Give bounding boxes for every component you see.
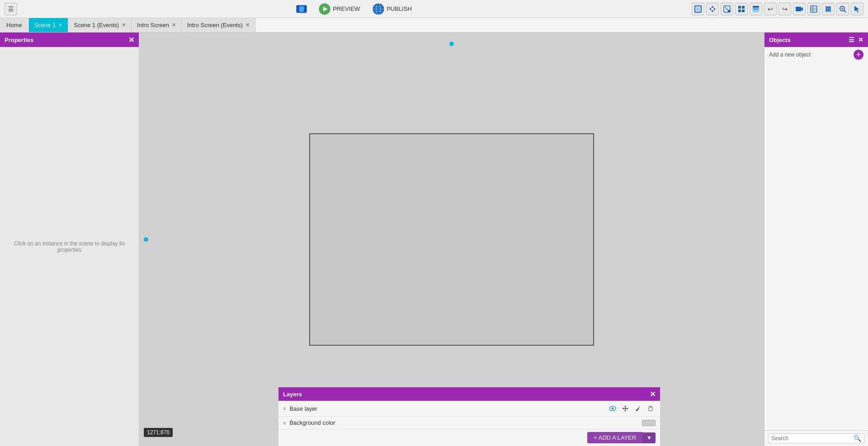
scale-tool-button[interactable] (721, 3, 733, 15)
select-tool-button[interactable] (692, 3, 704, 15)
publish-button[interactable]: PUBLISH (368, 1, 416, 17)
svg-marker-17 (709, 8, 711, 10)
svg-line-45 (844, 10, 846, 12)
main-layout: Properties ✕ Click on an instance in the… (0, 33, 868, 446)
search-input[interactable] (771, 435, 854, 441)
pencil-icon (635, 405, 641, 412)
tab-scene1-events[interactable]: Scene 1 (Events) ✕ (68, 18, 132, 32)
tab-scene1-label: Scene 1 (34, 22, 56, 28)
dots-grid-button[interactable] (822, 3, 835, 15)
layer-visibility-button-base[interactable] (608, 404, 618, 413)
publish-globe-icon (373, 3, 384, 15)
coords-display: 1271;870 (144, 428, 173, 437)
svg-point-40 (829, 8, 831, 10)
add-object-label: Add a new object (769, 52, 811, 58)
search-icon[interactable]: 🔍 (854, 435, 861, 442)
svg-point-41 (826, 10, 827, 12)
tab-scene1-close[interactable]: ✕ (58, 22, 62, 28)
properties-panel: Properties ✕ Click on an instance in the… (0, 33, 139, 446)
properties-title: Properties (5, 37, 33, 43)
svg-rect-28 (753, 10, 759, 12)
top-toolbar: ☰ PREVIEW (0, 0, 868, 18)
tab-intro-screen-events[interactable]: Intro Screen (Events) ✕ (182, 18, 255, 32)
filmstrip-button[interactable] (292, 3, 311, 15)
svg-marker-53 (624, 405, 626, 407)
add-layer-button[interactable]: + ADD A LAYER (587, 432, 642, 443)
menu-icon: ☰ (8, 5, 14, 13)
tab-scene1-events-close[interactable]: ✕ (122, 22, 126, 28)
svg-marker-16 (711, 10, 714, 12)
canvas-handle-top[interactable] (449, 42, 454, 46)
svg-marker-55 (622, 408, 623, 409)
objects-body (764, 62, 868, 430)
objects-filter-icon[interactable]: ☰ (849, 36, 854, 43)
add-layer-label: + ADD A LAYER (594, 434, 636, 441)
layer-row-bg: ≡ Background color (278, 417, 660, 429)
svg-rect-25 (742, 9, 745, 12)
select-icon (694, 5, 702, 13)
svg-rect-1 (297, 5, 298, 7)
grid-tool-button[interactable] (735, 3, 748, 15)
publish-label: PUBLISH (387, 5, 412, 12)
redo-icon: ↪ (782, 5, 788, 13)
table-view-button[interactable] (807, 3, 820, 15)
properties-body: Click on an instance in the scene to dis… (0, 47, 139, 446)
svg-rect-2 (297, 9, 298, 11)
add-object-button[interactable]: + (854, 50, 863, 60)
svg-rect-22 (738, 6, 741, 9)
tab-intro-screen[interactable]: Intro Screen ✕ (132, 18, 182, 32)
layers-tool-button[interactable] (750, 3, 762, 15)
canvas-stage[interactable] (309, 133, 594, 346)
add-layer-dropdown-button[interactable]: ▼ (642, 432, 656, 443)
svg-marker-48 (854, 6, 859, 13)
tab-scene1[interactable]: Scene 1 ✕ (29, 18, 69, 32)
svg-rect-31 (811, 6, 817, 12)
svg-rect-23 (742, 6, 745, 9)
properties-close-button[interactable]: ✕ (128, 36, 134, 44)
cursor-button[interactable] (851, 3, 863, 15)
zoom-icon (839, 5, 847, 13)
objects-close-button[interactable]: ✕ (858, 36, 863, 43)
svg-point-36 (827, 6, 829, 8)
move-tool-button[interactable] (706, 3, 719, 15)
preview-button[interactable]: PREVIEW (314, 1, 364, 17)
svg-point-39 (827, 8, 829, 10)
svg-marker-56 (627, 408, 628, 409)
layer-delete-button-base[interactable] (646, 404, 656, 413)
grid-icon (737, 5, 745, 13)
svg-point-42 (827, 10, 829, 12)
table-view-icon (810, 5, 818, 13)
canvas-area[interactable]: 1271;870 Layers ✕ ≡ Base layer (139, 33, 764, 446)
tab-intro-screen-close[interactable]: ✕ (172, 22, 176, 28)
tab-home[interactable]: Home (0, 18, 29, 32)
svg-point-43 (829, 10, 831, 12)
layers-header: Layers ✕ (278, 387, 660, 401)
filmstrip-icon (295, 3, 308, 15)
menu-button[interactable]: ☰ (5, 3, 17, 15)
move-icon (708, 5, 717, 13)
svg-rect-5 (299, 6, 304, 12)
redo-button[interactable]: ↪ (778, 3, 791, 15)
undo-button[interactable]: ↩ (764, 3, 777, 15)
video-button[interactable] (793, 3, 806, 15)
layer-actions-base (608, 404, 656, 413)
objects-search-container: 🔍 (764, 430, 868, 446)
video-icon (795, 5, 803, 13)
svg-rect-29 (796, 7, 801, 11)
zoom-button[interactable] (836, 3, 849, 15)
layers-close-button[interactable]: ✕ (650, 390, 656, 399)
svg-rect-14 (696, 7, 700, 11)
layer-color-swatch-bg[interactable] (642, 420, 656, 426)
svg-rect-3 (305, 5, 307, 7)
svg-rect-24 (738, 9, 741, 12)
layer-move-button-base[interactable] (620, 404, 630, 413)
svg-marker-54 (624, 410, 626, 412)
tab-intro-screen-label: Intro Screen (137, 22, 169, 28)
properties-hint-text: Click on an instance in the scene to dis… (9, 240, 130, 253)
objects-panel: Objects ☰ ✕ Add a new object + 🔍 (764, 33, 868, 446)
tab-intro-screen-events-close[interactable]: ✕ (245, 22, 250, 28)
layer-edit-button-base[interactable] (633, 404, 643, 413)
canvas-handle-left[interactable] (144, 237, 148, 242)
add-layer-row: + ADD A LAYER ▼ (278, 429, 660, 446)
toolbar-center: PREVIEW PUBLISH (292, 1, 416, 17)
